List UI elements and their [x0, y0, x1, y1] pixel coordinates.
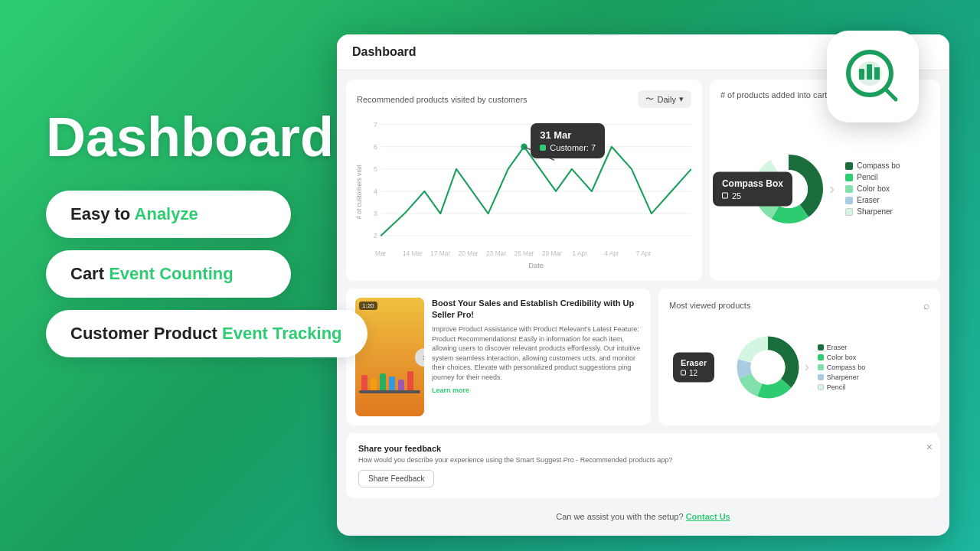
mv-header: Most viewed products ⌕ — [669, 299, 929, 311]
svg-text:7: 7 — [374, 121, 377, 129]
svg-rect-3 — [867, 64, 872, 80]
share-feedback-button[interactable]: Share Feedback — [358, 470, 434, 487]
legend-dot-sharpener — [845, 208, 853, 216]
mv-legend-compassbo: Compass bo — [818, 364, 866, 371]
mv-donut-area: Eraser 12 — [669, 319, 929, 415]
chart-svg-container: 31 Mar Customer: 7 — [357, 116, 691, 269]
middle-row: 1:20 › Boost Your Sales and Establish Cr… — [346, 289, 940, 425]
svg-rect-2 — [859, 69, 864, 80]
promo-content: 1:20 › Boost Your Sales and Establish Cr… — [355, 298, 642, 416]
most-viewed-card: Most viewed products ⌕ Eraser 12 — [658, 289, 940, 425]
mv-legend-pencil: Pencil — [818, 383, 866, 391]
svg-text:6: 6 — [374, 143, 377, 151]
shelf-item-1 — [361, 375, 368, 390]
chart-tooltip: 31 Mar Customer: 7 — [531, 123, 605, 158]
legend-label-sharpener: Sharpener — [857, 207, 893, 216]
legend-pencil: Pencil — [845, 173, 900, 181]
contact-us-link[interactable]: Contact Us — [686, 512, 730, 521]
feedback-card: Share your feedback How would you descri… — [346, 433, 940, 498]
feature-pill-cart: Cart Event Counting — [46, 250, 291, 298]
dashboard-footer: Can we assist you with the setup? Contac… — [346, 506, 940, 527]
feature-highlight-2: Event Counting — [109, 264, 234, 283]
left-panel: Dashboard Easy to Analyze Cart Event Cou… — [46, 107, 368, 370]
legend-dot-colorbox — [845, 185, 853, 193]
svg-text:17 Mar: 17 Mar — [430, 249, 450, 257]
svg-text:20 Mar: 20 Mar — [459, 249, 479, 257]
legend-dot-pencil — [845, 174, 853, 181]
mv-next-icon[interactable]: › — [805, 359, 809, 375]
search-icon[interactable]: ⌕ — [923, 299, 929, 311]
legend-eraser: Eraser — [845, 196, 900, 204]
legend-dot-eraser — [845, 197, 853, 204]
page-title: Dashboard — [46, 107, 368, 168]
shelf-item-3 — [380, 373, 386, 390]
compass-value: 25 — [732, 191, 741, 200]
footer-text: Can we assist you with the setup? — [556, 512, 683, 521]
svg-text:23 Mar: 23 Mar — [486, 249, 506, 257]
svg-text:26 Mar: 26 Mar — [514, 249, 534, 257]
promo-card: 1:20 › Boost Your Sales and Establish Cr… — [346, 289, 651, 425]
feature-highlight-3: Event Tracking — [222, 324, 342, 343]
mv-label-colorbox: Color box — [827, 354, 857, 361]
legend-label-eraser: Eraser — [857, 196, 879, 204]
mv-dot-colorbox — [818, 354, 824, 360]
feature-prefix-1: Easy to — [70, 204, 135, 223]
compass-tooltip-val: 25 — [722, 191, 783, 200]
svg-text:7 Apr: 7 Apr — [636, 249, 652, 257]
svg-text:14 Mar: 14 Mar — [403, 249, 423, 257]
mv-dot-pencil — [818, 384, 824, 390]
chevron-down-icon: ▾ — [679, 94, 684, 104]
mv-label-pencil: Pencil — [827, 383, 846, 391]
mv-legend-sharpener: Sharpener — [818, 373, 866, 381]
legend-compassbo: Compass bo — [845, 161, 900, 170]
promo-description: Improve Product Assistance with Product … — [432, 324, 642, 383]
eraser-tooltip: Eraser 12 — [673, 352, 714, 382]
donut-area: Compass Box 25 — [720, 107, 929, 270]
eraser-tooltip-name: Eraser — [681, 357, 707, 367]
learn-more-link[interactable]: Learn more — [432, 386, 469, 394]
svg-text:4: 4 — [374, 187, 377, 195]
close-icon[interactable]: × — [926, 441, 933, 453]
feature-pill-tracking: Customer Product Event Tracking — [46, 310, 368, 357]
mv-label-eraser: Eraser — [827, 344, 848, 351]
svg-text:2: 2 — [374, 232, 377, 240]
feature-prefix-3: Customer Product — [70, 324, 222, 343]
app-icon — [827, 31, 919, 122]
svg-line-5 — [886, 90, 896, 99]
eraser-dot — [681, 370, 686, 375]
eraser-tooltip-val: 12 — [681, 368, 707, 377]
line-chart-svg: 7 6 5 4 3 2 Mar 14 Mar — [357, 116, 691, 269]
chart-title: Recommended products visited by customer… — [357, 95, 528, 104]
cart-legend: Compass bo Pencil Color box Eraser — [845, 161, 900, 216]
feedback-title: Share your feedback — [358, 444, 928, 453]
mv-label-compassbo: Compass bo — [827, 364, 866, 371]
mv-dot-compassbo — [818, 364, 824, 370]
mv-legend: Eraser Color box Compass bo Sharpen — [818, 344, 866, 391]
feature-prefix-2: Cart — [70, 264, 109, 283]
legend-label-compassbo: Compass bo — [857, 161, 900, 170]
donut-next-icon[interactable]: › — [830, 180, 835, 197]
shelf — [359, 390, 420, 393]
svg-point-43 — [750, 350, 785, 384]
svg-text:Mar: Mar — [375, 249, 387, 257]
mv-label-sharpener: Sharpener — [827, 373, 859, 381]
shelf-item-2 — [371, 378, 377, 390]
daily-button[interactable]: 〜 Daily ▾ — [638, 90, 691, 108]
svg-text:4 Apr: 4 Apr — [604, 249, 619, 257]
mv-dot-sharpener — [818, 374, 824, 380]
compass-tooltip-name: Compass Box — [722, 178, 783, 188]
mv-dot-eraser — [818, 344, 824, 350]
legend-label-pencil: Pencil — [857, 173, 877, 181]
tooltip-label: Customer: 7 — [550, 143, 596, 152]
svg-text:29 Mar: 29 Mar — [542, 249, 562, 257]
wave-icon: 〜 — [645, 93, 654, 105]
shelf-item-4 — [389, 377, 395, 390]
mv-title: Most viewed products — [669, 301, 750, 310]
eraser-value: 12 — [689, 368, 697, 377]
mv-donut-svg — [733, 333, 802, 402]
compass-tooltip: Compass Box 25 — [713, 171, 792, 206]
svg-text:Date: Date — [528, 262, 544, 269]
svg-text:1 Apr: 1 Apr — [573, 249, 588, 257]
mv-legend-eraser: Eraser — [818, 344, 866, 351]
legend-dot-compassbo — [845, 162, 853, 170]
